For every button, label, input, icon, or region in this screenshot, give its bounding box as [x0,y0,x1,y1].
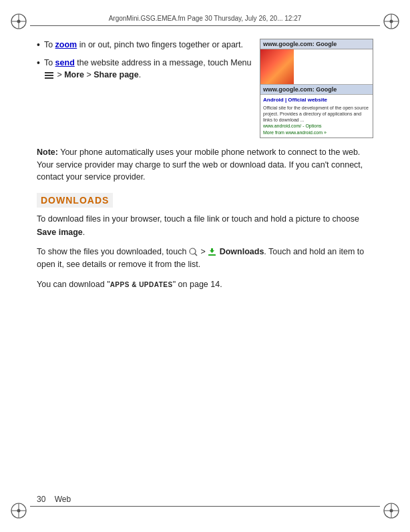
browser-screenshot: www.google.com: Google www.google.com: G… [260,39,373,138]
svg-rect-18 [208,254,216,256]
send-keyword: send [55,58,75,67]
share-page-text: Share page [93,70,138,79]
browser-second-bar: www.google.com: Google [260,84,373,95]
browser-image [260,49,294,84]
browser-top-bar: www.google.com: Google [260,39,373,49]
downloads-para3: You can download "APPS & UPDATES" on pag… [37,278,373,291]
registration-mark-bl [9,501,28,520]
downloads-para1: To download files in your browser, touch… [37,213,373,239]
bullet-dot-1: • [37,38,40,51]
downloads-heading: DOWNLOADS [37,193,113,208]
bullet-send-after: the website address in a message, touch … [75,58,252,67]
bullet-zoom: • To zoom in or out, pinch two fingers t… [37,39,252,51]
footer-line [30,506,380,507]
registration-mark-br [382,501,401,520]
header-text: ArgonMini.GSG.EMEA.fm Page 30 Thursday, … [0,15,410,22]
top-section: • To zoom in or out, pinch two fingers t… [37,39,373,138]
header-line [30,25,380,26]
note-label: Note: [37,148,58,157]
svg-point-15 [390,509,393,513]
download-icon [208,248,216,256]
downloads-para2-end: > [200,247,208,256]
svg-line-17 [195,254,197,256]
downloads-para3-end: " on page 14. [173,280,222,289]
downloads-para3-start: You can download " [37,280,110,289]
browser-content-area [260,49,373,84]
downloads-para2: To show the files you downloaded, touch … [37,246,373,272]
apps-updates-text: APPS & UPDATES [110,281,173,288]
bullet-zoom-text: To zoom in or out, pinch two fingers tog… [44,39,252,51]
svg-marker-19 [210,248,214,253]
bullet-dot-2: • [37,56,40,69]
save-image-text: Save image [37,228,83,237]
more-text: More [64,70,84,79]
note-section: Note: Your phone automatically uses your… [37,146,373,184]
svg-point-11 [17,509,21,513]
downloads-para2-start: To show the files you downloaded, touch [37,247,186,256]
note-text: Your phone automatically uses your mobil… [37,148,363,182]
browser-right-panel [294,49,373,84]
result-more: More from www.android.com » [263,129,370,136]
bullet-send-text: To send the website address in a message… [44,57,252,81]
zoom-keyword: zoom [55,40,77,49]
browser-result-area: Android | Official website Official site… [260,95,373,138]
menu-icon [45,72,54,79]
downloads-label: Downloads [220,247,264,256]
bullet-zoom-after: in or out, pinch two fingers together or… [77,40,243,49]
result-links: www.android.com/ - Options [263,123,370,129]
downloads-para1-start: To download files in your browser, touch… [37,214,359,224]
svg-point-16 [190,248,196,254]
bullet-list: • To zoom in or out, pinch two fingers t… [37,39,252,138]
bullet-zoom-before: To [44,40,55,49]
bullet-send-before: To [44,58,55,67]
bullet-send: • To send the website address in a messa… [37,57,252,81]
downloads-para1-end: . [83,228,85,237]
result-title: Android | Official website [263,97,370,104]
result-body: Official site for the development of the… [263,105,370,123]
main-content: • To zoom in or out, pinch two fingers t… [37,32,373,500]
search-icon [189,248,198,256]
